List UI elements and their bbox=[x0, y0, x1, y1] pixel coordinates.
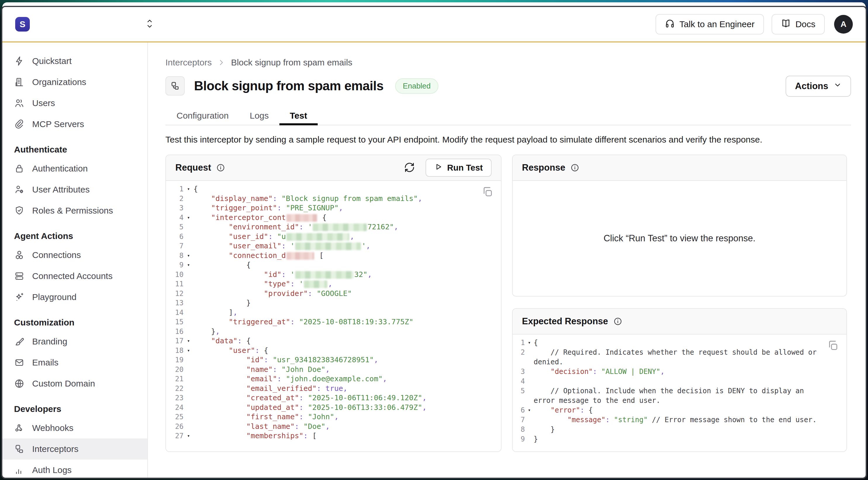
fold-spacer bbox=[184, 241, 193, 251]
code-line: 4 bbox=[515, 377, 846, 386]
fold-spacer bbox=[525, 348, 534, 367]
fold-toggle-icon[interactable]: ▾ bbox=[184, 260, 193, 270]
code-line: 13 } bbox=[169, 298, 501, 308]
fold-spacer bbox=[525, 415, 534, 425]
tab-configuration[interactable]: Configuration bbox=[166, 107, 239, 125]
sidebar-item-label: Authentication bbox=[32, 164, 88, 173]
globe-icon bbox=[14, 378, 25, 389]
line-number: 7 bbox=[515, 415, 525, 425]
line-number: 2 bbox=[515, 348, 525, 367]
line-number: 3 bbox=[515, 367, 525, 377]
code-line: 9} bbox=[515, 435, 846, 444]
fold-spacer bbox=[184, 279, 193, 289]
code-line: 6▾ "error": { bbox=[515, 406, 846, 415]
code-line: 25 "first_name": "John", bbox=[169, 412, 501, 422]
code-line: 24 "updated_at": "2025-10-06T13:33:06.47… bbox=[169, 403, 501, 413]
line-number: 19 bbox=[169, 355, 184, 365]
line-number: 17 bbox=[169, 336, 184, 346]
sidebar-item-users[interactable]: Users bbox=[2, 93, 147, 114]
sidebar-section-customization: Customization bbox=[2, 314, 147, 331]
code-line: 16 }, bbox=[169, 327, 501, 337]
copy-icon[interactable] bbox=[827, 340, 839, 352]
line-number: 8 bbox=[515, 425, 525, 435]
line-number: 23 bbox=[169, 393, 184, 403]
app-logo[interactable]: S bbox=[15, 17, 30, 32]
line-number: 6 bbox=[515, 406, 525, 415]
sidebar-item-user-attributes[interactable]: User Attributes bbox=[2, 179, 147, 200]
fold-spacer bbox=[184, 203, 193, 213]
chevron-down-icon bbox=[834, 81, 842, 91]
breadcrumb-current: Block signup from spam emails bbox=[231, 58, 352, 67]
sidebar-item-playground[interactable]: Playground bbox=[2, 287, 147, 308]
line-number: 14 bbox=[169, 308, 184, 318]
users-icon bbox=[14, 98, 25, 108]
sidebar-item-roles-permissions[interactable]: Roles & Permissions bbox=[2, 200, 147, 221]
fold-toggle-icon[interactable]: ▾ bbox=[184, 346, 193, 356]
sidebar-item-label: Emails bbox=[32, 358, 58, 367]
copy-icon[interactable] bbox=[482, 186, 493, 199]
tab-test[interactable]: Test bbox=[279, 107, 318, 125]
fold-spacer bbox=[184, 403, 193, 413]
fold-toggle-icon[interactable]: ▾ bbox=[184, 213, 193, 223]
sidebar-item-branding[interactable]: Branding bbox=[2, 331, 147, 352]
fold-spacer bbox=[184, 393, 193, 403]
line-number: 4 bbox=[169, 213, 184, 223]
fold-toggle-icon[interactable]: ▾ bbox=[525, 338, 534, 348]
sidebar-item-auth-logs[interactable]: Auth Logs bbox=[2, 459, 147, 478]
sidebar-item-label: Quickstart bbox=[32, 56, 71, 66]
fold-spacer bbox=[525, 386, 534, 406]
sidebar-item-connected-accounts[interactable]: Connected Accounts bbox=[2, 265, 147, 287]
sidebar-section-agent-actions: Agent Actions bbox=[2, 228, 147, 245]
reset-request-button[interactable] bbox=[404, 162, 415, 174]
expected-response-title: Expected Response bbox=[522, 316, 608, 327]
fold-toggle-icon[interactable]: ▾ bbox=[184, 184, 193, 194]
fold-toggle-icon[interactable]: ▾ bbox=[184, 251, 193, 261]
sidebar-item-emails[interactable]: Emails bbox=[2, 352, 147, 373]
line-number: 10 bbox=[169, 270, 184, 280]
avatar[interactable]: A bbox=[834, 15, 853, 34]
docs-button[interactable]: Docs bbox=[772, 14, 825, 34]
line-number: 9 bbox=[515, 435, 525, 444]
sidebar-item-mcp-servers[interactable]: MCP Servers bbox=[2, 114, 147, 135]
sidebar-item-custom-domain[interactable]: Custom Domain bbox=[2, 373, 147, 394]
sparkles-icon bbox=[14, 292, 25, 302]
expected-response-code[interactable]: 1▾{2 // Required. Indicates whether the … bbox=[513, 334, 846, 451]
line-number: 11 bbox=[169, 279, 184, 289]
breadcrumb-parent[interactable]: Interceptors bbox=[165, 58, 212, 67]
fold-toggle-icon[interactable]: ▾ bbox=[525, 406, 534, 415]
redacted-value bbox=[286, 252, 314, 260]
info-icon[interactable] bbox=[570, 163, 579, 172]
line-number: 8 bbox=[169, 251, 184, 261]
org-switcher-button[interactable] bbox=[145, 19, 154, 30]
request-title: Request bbox=[175, 162, 211, 173]
fold-spacer bbox=[184, 384, 193, 393]
page-header: Block signup from spam emails Enabled Ac… bbox=[165, 76, 851, 96]
info-icon[interactable] bbox=[216, 163, 225, 172]
sidebar-item-label: Connected Accounts bbox=[32, 271, 113, 281]
run-test-label: Run Test bbox=[447, 163, 483, 173]
sidebar-item-organizations[interactable]: Organizations bbox=[2, 71, 147, 93]
fold-spacer bbox=[525, 377, 534, 386]
fold-toggle-icon[interactable]: ▾ bbox=[184, 431, 193, 441]
sidebar-item-interceptors[interactable]: Interceptors bbox=[2, 439, 147, 459]
status-badge: Enabled bbox=[395, 78, 438, 94]
mail-icon bbox=[14, 357, 25, 368]
request-code-editor[interactable]: 1▾{2 "display_name": "Block signup from … bbox=[166, 181, 501, 451]
tab-logs[interactable]: Logs bbox=[239, 107, 279, 125]
sidebar-item-webhooks[interactable]: Webhooks bbox=[2, 417, 147, 439]
line-number: 15 bbox=[169, 317, 184, 327]
info-icon[interactable] bbox=[614, 317, 622, 326]
line-number: 7 bbox=[169, 241, 184, 251]
sidebar-item-authentication[interactable]: Authentication bbox=[2, 158, 147, 179]
fold-toggle-icon[interactable]: ▾ bbox=[184, 336, 193, 346]
talk-to-engineer-button[interactable]: Talk to an Engineer bbox=[655, 14, 764, 34]
response-empty-message: Click “Run Test” to view the response. bbox=[513, 181, 846, 296]
line-number: 3 bbox=[169, 203, 184, 213]
actions-button[interactable]: Actions bbox=[785, 76, 851, 97]
sidebar-item-quickstart[interactable]: Quickstart bbox=[2, 51, 147, 71]
sidebar-item-connections[interactable]: Connections bbox=[2, 245, 147, 265]
line-number: 18 bbox=[169, 346, 184, 356]
run-test-button[interactable]: Run Test bbox=[426, 159, 492, 177]
line-number: 13 bbox=[169, 298, 184, 308]
docs-label: Docs bbox=[796, 19, 815, 29]
